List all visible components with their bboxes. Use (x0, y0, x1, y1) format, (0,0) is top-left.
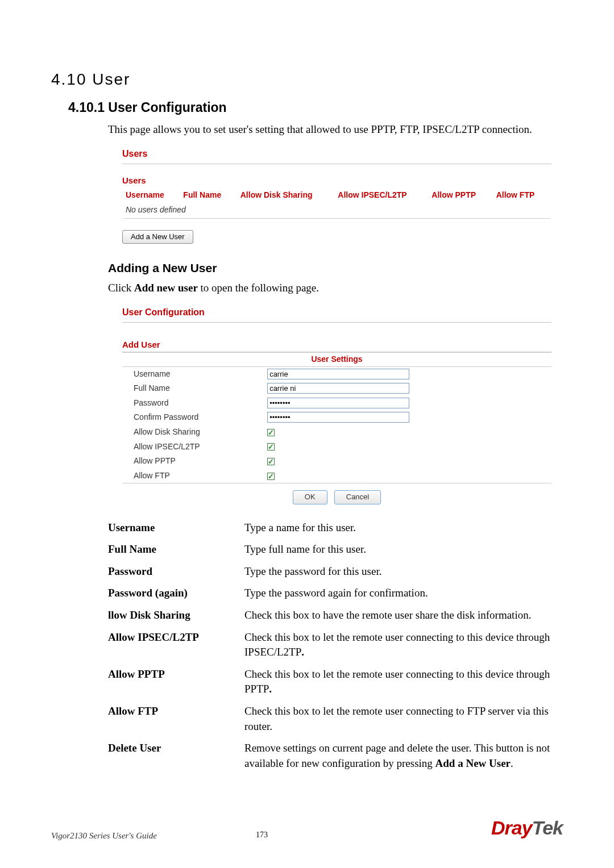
def-row: llow Disk Sharing Check this box to have… (108, 608, 551, 623)
brand-part2: Tek (532, 817, 563, 838)
text: to open the following page. (198, 282, 319, 294)
section-heading: 4.10 User (51, 68, 563, 90)
page-footer: Vigor2130 Series User's Guide 173 DrayTe… (51, 815, 563, 842)
col-fullname: Full Name (181, 189, 237, 202)
def-row: Allow PPTP Check this box to let the rem… (108, 667, 551, 697)
confirm-password-input[interactable] (267, 412, 409, 423)
confirm-password-label: Confirm Password (122, 410, 264, 425)
def-row: Username Type a name for this user. (108, 520, 551, 536)
subsection-heading: 4.10.1 User Configuration (68, 98, 563, 116)
divider (122, 322, 551, 323)
col-username: Username (123, 189, 180, 202)
def-desc: Check this box to have the remote user s… (244, 608, 551, 623)
text: Click (108, 282, 134, 294)
def-desc: Type full name for this user. (244, 542, 551, 557)
password-input[interactable] (267, 398, 409, 408)
def-row: Delete User Remove settings on current p… (108, 741, 551, 771)
col-ftp: Allow FTP (494, 189, 550, 202)
def-desc: Type the password again for confirmation… (244, 586, 551, 601)
col-ipsec: Allow IPSEC/L2TP (335, 189, 428, 202)
intro-paragraph: This page allows you to set user's setti… (108, 122, 557, 137)
def-row: Password (again) Type the password again… (108, 586, 551, 601)
def-row: Full Name Type full name for this user. (108, 542, 551, 557)
user-config-panel-screenshot: User Configuration Add User User Setting… (122, 306, 551, 504)
user-config-title: User Configuration (122, 306, 551, 319)
def-desc: Type the password for this user. (244, 564, 551, 579)
def-term: Allow PPTP (108, 667, 244, 697)
col-disk: Allow Disk Sharing (238, 189, 335, 202)
def-term: llow Disk Sharing (108, 608, 244, 623)
def-term: Allow IPSEC/L2TP (108, 630, 244, 660)
allow-ftp-checkbox[interactable] (267, 473, 275, 480)
add-user-box-title: Add User (122, 339, 551, 350)
allow-disk-label: Allow Disk Sharing (122, 425, 264, 440)
def-term: Username (108, 520, 244, 536)
def-desc: Remove settings on current page and dele… (244, 741, 551, 771)
username-input[interactable] (267, 369, 409, 379)
def-desc: Check this box to let the remote user co… (244, 704, 551, 734)
allow-ipsec-checkbox[interactable] (267, 443, 275, 450)
divider (122, 164, 551, 164)
user-settings-form: Username Full Name Password Confirm Pass… (122, 367, 551, 483)
no-users-text: No users defined (123, 203, 550, 219)
allow-disk-checkbox[interactable] (267, 429, 275, 436)
fullname-input[interactable] (267, 383, 409, 394)
ok-button[interactable]: OK (293, 490, 327, 504)
username-label: Username (122, 367, 264, 382)
password-label: Password (122, 396, 264, 411)
def-row: Allow FTP Check this box to let the remo… (108, 704, 551, 734)
def-row: Password Type the password for this user… (108, 564, 551, 579)
add-new-user-button[interactable]: Add a New User (122, 230, 193, 244)
def-term: Delete User (108, 741, 244, 771)
users-panel-title: Users (122, 148, 551, 160)
allow-pptp-checkbox[interactable] (267, 458, 275, 465)
brand-part1: Dray (491, 817, 532, 838)
fullname-label: Full Name (122, 381, 264, 396)
allow-ipsec-label: Allow IPSEC/L2TP (122, 440, 264, 454)
def-desc: Check this box to let the remote user co… (244, 630, 551, 660)
users-subtitle: Users (122, 174, 551, 186)
def-row: Allow IPSEC/L2TP Check this box to let t… (108, 630, 551, 660)
user-settings-header: User Settings (122, 352, 551, 367)
def-desc: Type a name for this user. (244, 520, 551, 536)
col-pptp: Allow PPTP (429, 189, 492, 202)
def-term: Password (again) (108, 586, 244, 601)
footer-guide-title: Vigor2130 Series User's Guide (51, 830, 157, 842)
adding-instruction: Click Add new user to open the following… (108, 281, 557, 296)
page-number: 173 (256, 829, 268, 841)
brand-logo: DrayTek (491, 815, 563, 842)
adding-new-user-heading: Adding a New User (108, 260, 563, 276)
def-term: Full Name (108, 542, 244, 557)
allow-pptp-label: Allow PPTP (122, 454, 264, 469)
bold-text: Add new user (134, 282, 198, 294)
def-term: Password (108, 564, 244, 579)
def-desc: Check this box to let the remote user co… (244, 667, 551, 697)
field-definitions: Username Type a name for this user. Full… (108, 520, 551, 771)
cancel-button[interactable]: Cancel (334, 490, 381, 504)
users-table: Username Full Name Allow Disk Sharing Al… (122, 187, 551, 219)
users-panel-screenshot: Users Users Username Full Name Allow Dis… (122, 148, 551, 244)
def-term: Allow FTP (108, 704, 244, 734)
allow-ftp-label: Allow FTP (122, 469, 264, 483)
